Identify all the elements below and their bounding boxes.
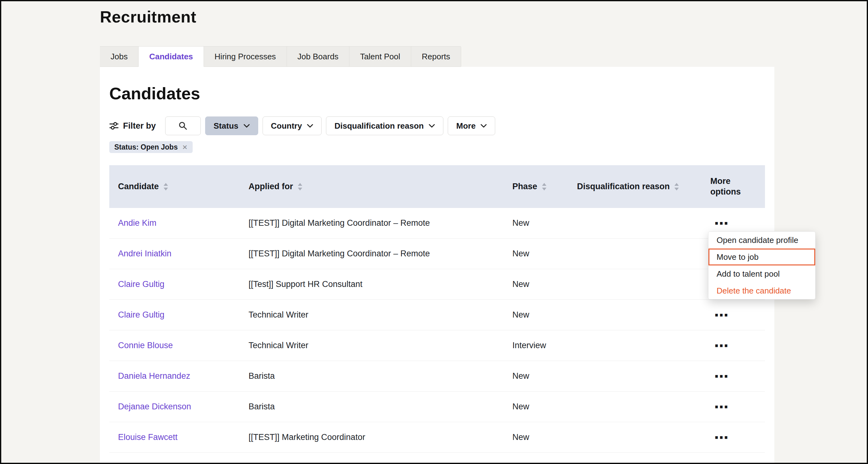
section-title: Candidates [109,84,200,103]
applied-for-cell: [[TEST]] Digital Marketing Coordinator –… [240,218,504,228]
chevron-down-icon [307,124,313,128]
applied-for-cell: [[Test]] Support HR Consultant [240,279,504,289]
table-row: Elouise Fawcett [[TEST]] Marketing Coord… [109,422,765,453]
search-icon [178,121,188,130]
table-row: Claire Gultig [[Test]] Support HR Consul… [109,269,765,300]
tab[interactable]: Candidates [138,46,204,67]
sort-icon[interactable] [297,182,303,191]
tab[interactable]: Jobs [100,46,138,67]
phase-cell: New [504,279,568,289]
applied-for-cell: Technical Writer [240,341,504,350]
candidate-cell: Elouise Fawcett [109,432,240,442]
candidate-link[interactable]: Dejanae Dickenson [118,402,191,411]
table-row: Andie Kim [[TEST]] Digital Marketing Coo… [109,208,765,239]
candidate-link[interactable]: Daniela Hernandez [118,371,190,381]
table-row: Daniela Hernandez Barista New ⋯ [109,361,765,392]
context-menu-item[interactable]: Open candidate profile [708,232,815,249]
column-label: Phase [513,182,537,191]
phase-cell: Interview [504,341,568,350]
applied-for-cell: Technical Writer [240,310,504,320]
context-menu-item[interactable]: Add to talent pool [708,266,815,282]
applied-for-cell: Barista [240,402,504,411]
candidate-link[interactable]: Elouise Fawcett [118,432,178,442]
more-options-cell: ⋯ [702,430,765,445]
candidate-cell: Connie Blouse [109,341,240,350]
recruitment-screen: Recruitment Jobs Candidates Hiring Proce… [0,0,868,464]
chevron-down-icon [480,124,487,128]
candidates-card: Candidates Filter by [100,67,774,464]
chevron-down-icon [429,124,435,128]
chevron-down-icon [244,124,250,128]
tab[interactable]: Reports [411,46,461,67]
column-header-phase[interactable]: Phase [504,182,568,191]
candidate-link[interactable]: Claire Gultig [118,310,164,319]
candidate-cell: Andie Kim [109,218,240,228]
applied-for-cell: [[TEST]] Marketing Coordinator [240,432,504,442]
candidate-link[interactable]: Andrei Iniatkin [118,249,172,258]
tab[interactable]: Talent Pool [349,46,411,67]
context-menu-item[interactable]: Delete the candidate [708,282,815,299]
filter-dropdown[interactable]: More [448,117,495,135]
filter-row: Filter by Status [109,116,495,135]
phase-cell: New [504,402,568,411]
table-row: Connie Blouse Technical Writer Interview… [109,330,765,361]
close-icon[interactable]: ✕ [182,144,188,151]
search-button[interactable] [165,117,201,135]
sort-icon[interactable] [163,182,169,191]
tab-bar: Jobs Candidates Hiring Processes Job Boa… [100,46,461,67]
table-row: Andrei Iniatkin [[TEST]] Digital Marketi… [109,239,765,269]
more-options-button[interactable]: ⋯ [710,338,732,353]
column-label: Candidate [118,182,159,191]
candidate-cell: Daniela Hernandez [109,371,240,381]
candidates-table: Candidate Applied for Phase [109,165,765,453]
more-options-cell: ⋯ [702,369,765,383]
more-options-button[interactable]: ⋯ [710,369,732,383]
more-options-cell: ⋯ [702,400,765,414]
filter-by-label: Filter by [123,121,156,131]
column-header-more-options: More options [702,176,765,197]
more-options-button[interactable]: ⋯ [710,430,732,445]
applied-for-cell: [[TEST]] Digital Marketing Coordinator –… [240,249,504,258]
filter-dropdown[interactable]: Country [262,117,322,135]
phase-cell: New [504,371,568,381]
table-body: Andie Kim [[TEST]] Digital Marketing Coo… [109,208,765,453]
candidate-link[interactable]: Andie Kim [118,218,156,228]
context-menu-item[interactable]: Move to job [708,249,815,266]
column-label: Applied for [249,182,293,191]
candidate-cell: Dejanae Dickenson [109,402,240,411]
phase-cell: New [504,249,568,258]
candidate-link[interactable]: Connie Blouse [118,341,173,350]
candidate-link[interactable]: Claire Gultig [118,279,164,289]
more-options-button[interactable]: ⋯ [710,400,732,414]
sort-icon[interactable] [674,182,680,191]
table-row: Claire Gultig Technical Writer New ⋯ [109,300,765,330]
column-label: Disqualification reason [577,182,670,191]
filter-dropdown[interactable]: Status [205,117,258,135]
table-row: Dejanae Dickenson Barista New ⋯ [109,392,765,422]
chip-label: Status: Open Jobs [114,143,178,151]
row-context-menu: Open candidate profile Move to job Add t… [708,231,815,300]
more-options-button[interactable]: ⋯ [710,308,732,322]
filter-dropdown[interactable]: Disqualification reason [326,117,443,135]
candidate-cell: Claire Gultig [109,310,240,320]
more-options-cell: ⋯ [702,308,765,322]
filter-by-group: Filter by [109,121,156,131]
more-options-button[interactable]: ⋯ [710,216,732,230]
tab[interactable]: Hiring Processes [204,46,287,67]
active-filter-chip[interactable]: Status: Open Jobs ✕ [109,141,193,153]
table-header-row: Candidate Applied for Phase [109,165,765,208]
sort-icon[interactable] [541,182,547,191]
active-filters: Status: Open Jobs ✕ [109,141,193,153]
column-header-candidate[interactable]: Candidate [109,182,240,191]
filter-sliders-icon [109,121,119,130]
applied-for-cell: Barista [240,371,504,381]
column-header-disqualification-reason[interactable]: Disqualification reason [568,182,702,191]
phase-cell: New [504,310,568,320]
phase-cell: New [504,432,568,442]
tab[interactable]: Job Boards [287,46,350,67]
phase-cell: New [504,218,568,228]
column-header-applied-for[interactable]: Applied for [240,182,504,191]
candidate-cell: Andrei Iniatkin [109,249,240,258]
column-label: More options [710,176,745,197]
more-options-cell: ⋯ [702,216,765,230]
